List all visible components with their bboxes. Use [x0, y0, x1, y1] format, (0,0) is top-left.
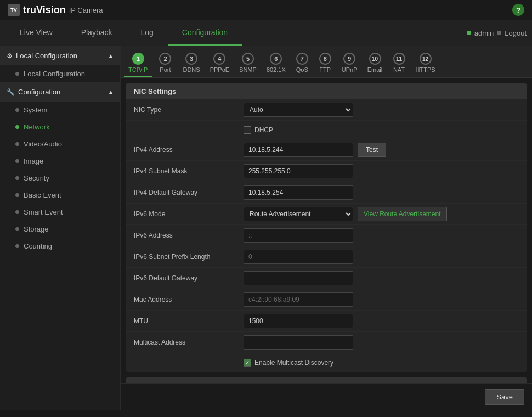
tab-8021x[interactable]: 6 802.1X	[262, 50, 290, 77]
nic-type-select[interactable]: Auto	[244, 103, 353, 117]
logout-button[interactable]: Logout	[505, 29, 527, 37]
ipv4-address-input[interactable]	[244, 143, 353, 157]
collapse-icon-config: ▲	[108, 89, 114, 95]
sidebar-items-local: Local Configuration	[0, 65, 120, 82]
tab-port-label: Port	[160, 66, 171, 73]
logout-dot	[497, 31, 501, 35]
nav-item-log[interactable]: Log	[126, 20, 167, 46]
ipv4-address-control: Test	[244, 143, 386, 157]
mac-address-input[interactable]	[244, 292, 353, 307]
config-icon: 🔧	[7, 88, 15, 96]
sidebar-header-local[interactable]: ⚙ Local Configuration ▲	[0, 46, 120, 65]
help-button[interactable]: ?	[512, 4, 524, 16]
tab-num-12: 12	[420, 53, 432, 65]
mtu-input[interactable]	[244, 314, 353, 328]
tab-num-8: 8	[319, 53, 331, 65]
ipv6-prefix-input[interactable]	[244, 250, 353, 264]
ipv4-address-row: IPv4 Address Test	[126, 139, 527, 161]
ipv6-mode-control: Route Advertisement View Route Advertise…	[244, 207, 447, 221]
tab-upnp-label: UPnP	[342, 66, 358, 73]
mac-address-row: Mac Address	[126, 289, 527, 311]
tab-8021x-label: 802.1X	[267, 66, 286, 73]
test-button[interactable]: Test	[358, 143, 386, 157]
ipv6-address-input[interactable]	[244, 228, 353, 243]
dot-storage	[15, 227, 19, 231]
sidebar-item-counting[interactable]: Counting	[0, 238, 120, 255]
tab-ftp[interactable]: 8 FTP	[314, 50, 336, 77]
enable-multicast-checkbox[interactable]: ✓	[244, 359, 251, 367]
tab-pppoe[interactable]: 4 PPPoE	[206, 50, 234, 77]
ipv4-subnet-row: IPv4 Subnet Mask	[126, 161, 527, 182]
sidebar-item-smartevent-label: Smart Event	[24, 208, 63, 216]
tab-snmp-label: SNMP	[239, 66, 257, 73]
tab-https[interactable]: 12 HTTPS	[411, 50, 440, 77]
tab-qos-label: QoS	[296, 66, 308, 73]
multicast-row: Multicast Address	[126, 332, 527, 353]
dot-image	[15, 159, 19, 163]
sidebar-item-smartevent[interactable]: Smart Event	[0, 204, 120, 221]
ipv4-gateway-label: IPv4 Default Gateway	[134, 189, 244, 196]
sidebar-item-network-label: Network	[24, 123, 50, 131]
tab-num-11: 11	[393, 53, 405, 65]
ipv6-mode-select[interactable]: Route Advertisement	[244, 207, 353, 221]
sidebar-item-videoaudio[interactable]: Video/Audio	[0, 136, 120, 153]
tab-port[interactable]: 2 Port	[153, 50, 177, 77]
dhcp-checkbox[interactable]	[244, 126, 251, 134]
ipv6-address-row: IPv6 Address	[126, 225, 527, 246]
sidebar-item-local-config[interactable]: Local Configuration	[0, 65, 120, 82]
sidebar-item-image[interactable]: Image	[0, 153, 120, 170]
ipv4-gateway-row: IPv4 Default Gateway	[126, 182, 527, 204]
dot-basicevent	[15, 193, 19, 197]
ipv4-address-label: IPv4 Address	[134, 146, 244, 154]
dns-server-title: DNS Server	[126, 377, 527, 383]
nav-right: admin Logout	[467, 20, 527, 46]
ipv4-gateway-input[interactable]	[244, 185, 353, 200]
nic-type-control: Auto	[244, 103, 353, 117]
logo-icon: TV	[8, 4, 20, 16]
sidebar-item-security[interactable]: Security	[0, 170, 120, 187]
tab-ddns[interactable]: 3 DDNS	[178, 50, 204, 77]
sidebar-items-config: System Network Video/Audio Image Securit…	[0, 102, 120, 255]
tab-qos[interactable]: 7 QoS	[291, 50, 313, 77]
sidebar-item-image-label: Image	[24, 157, 43, 165]
dhcp-label: DHCP	[254, 126, 273, 134]
tab-num-6: 6	[270, 53, 282, 65]
multicast-input[interactable]	[244, 335, 353, 350]
ipv4-subnet-input[interactable]	[244, 164, 353, 178]
tab-nat-label: NAT	[393, 66, 405, 73]
ipv6-gateway-input[interactable]	[244, 271, 353, 285]
sidebar-item-storage[interactable]: Storage	[0, 221, 120, 238]
sidebar-header-config[interactable]: 🔧 Configuration ▲	[0, 82, 120, 102]
admin-label: admin	[474, 29, 494, 37]
logo: TV truVision IP Camera	[8, 4, 103, 16]
sidebar: ⚙ Local Configuration ▲ Local Configurat…	[0, 46, 121, 410]
header-right: ?	[512, 4, 524, 16]
sidebar-item-basicevent[interactable]: Basic Event	[0, 187, 120, 204]
nic-type-row: NIC Type Auto	[126, 99, 527, 121]
sidebar-section-config-label: Configuration	[18, 88, 60, 96]
sidebar-section-local: ⚙ Local Configuration ▲ Local Configurat…	[0, 46, 120, 82]
view-route-button[interactable]: View Route Advertisement	[358, 207, 447, 221]
sidebar-item-security-label: Security	[24, 174, 49, 182]
sidebar-item-storage-label: Storage	[24, 225, 49, 233]
logo-text: truVision	[23, 4, 66, 16]
sidebar-item-network[interactable]: Network	[0, 119, 120, 136]
tab-snmp[interactable]: 5 SNMP	[235, 50, 261, 77]
dhcp-control: DHCP	[244, 126, 273, 134]
tab-upnp[interactable]: 9 UPnP	[337, 50, 362, 77]
tab-email[interactable]: 10 Email	[363, 50, 387, 77]
nav-item-playback[interactable]: Playback	[67, 20, 127, 46]
dot-videoaudio	[15, 142, 19, 146]
sidebar-item-system[interactable]: System	[0, 102, 120, 119]
main: ⚙ Local Configuration ▲ Local Configurat…	[0, 46, 532, 410]
tab-nat[interactable]: 11 NAT	[388, 50, 410, 77]
tab-num-10: 10	[369, 53, 381, 65]
nav-item-liveview[interactable]: Live View	[5, 20, 67, 46]
tab-https-label: HTTPS	[416, 66, 435, 73]
sidebar-item-videoaudio-label: Video/Audio	[24, 140, 62, 148]
checkmark-icon: ✓	[245, 360, 250, 366]
save-button[interactable]: Save	[485, 389, 524, 405]
nav-item-configuration[interactable]: Configuration	[168, 20, 242, 46]
tab-ftp-label: FTP	[319, 66, 331, 73]
tab-tcpip[interactable]: 1 TCP/IP	[124, 50, 152, 77]
